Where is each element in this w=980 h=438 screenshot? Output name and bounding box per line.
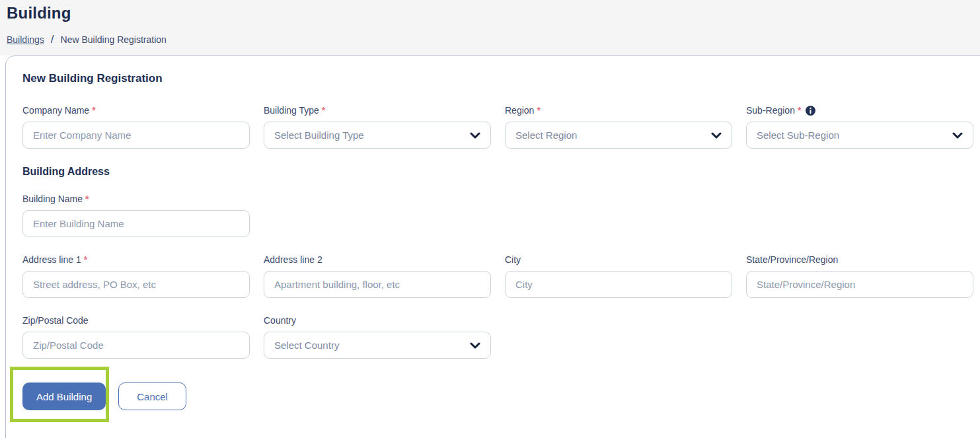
- info-icon[interactable]: [806, 106, 815, 116]
- field-building-name: Building Name *: [22, 194, 250, 237]
- city-label: City: [505, 254, 732, 265]
- select-value: Select Country: [274, 340, 339, 351]
- country-select[interactable]: Select Country: [264, 332, 491, 359]
- building-address-heading: Building Address: [22, 166, 980, 178]
- breadcrumb: Buildings / New Building Registration: [7, 33, 167, 46]
- company-name-input[interactable]: [22, 122, 250, 149]
- label-text: Company Name: [22, 105, 89, 116]
- field-state: State/Province/Region: [746, 254, 973, 298]
- building-name-input[interactable]: [22, 210, 250, 237]
- label-text: Region: [505, 105, 534, 116]
- form-actions: Add Building Cancel: [22, 383, 980, 410]
- chevron-down-icon: [952, 132, 963, 139]
- cancel-button[interactable]: Cancel: [118, 383, 186, 410]
- company-name-label: Company Name *: [22, 105, 250, 116]
- zip-label: Zip/Postal Code: [22, 315, 250, 326]
- zip-input[interactable]: [22, 332, 250, 359]
- breadcrumb-link-buildings[interactable]: Buildings: [7, 34, 44, 45]
- region-select[interactable]: Select Region: [505, 122, 732, 149]
- label-text: Address line 2: [264, 254, 322, 265]
- label-text: Zip/Postal Code: [22, 315, 89, 326]
- label-text: Country: [264, 315, 296, 326]
- required-asterisk: *: [92, 105, 95, 116]
- required-asterisk: *: [798, 105, 801, 116]
- label-text: Address line 1: [22, 254, 81, 265]
- field-country: Country Select Country: [264, 315, 491, 359]
- building-name-label: Building Name *: [22, 194, 250, 204]
- form-row-4: Zip/Postal Code Country Select Country: [22, 315, 980, 359]
- address-line-1-label: Address line 1 *: [22, 254, 250, 265]
- label-text: Building Type: [264, 105, 319, 116]
- field-city: City: [505, 254, 732, 298]
- city-input[interactable]: [505, 271, 732, 298]
- state-input[interactable]: [746, 271, 973, 298]
- field-address-line-1: Address line 1 *: [22, 254, 250, 298]
- required-asterisk: *: [85, 194, 89, 204]
- building-type-select[interactable]: Select Building Type: [264, 122, 491, 149]
- country-label: Country: [264, 315, 491, 326]
- sub-region-label: Sub-Region *: [746, 105, 973, 116]
- region-label: Region *: [505, 105, 732, 116]
- field-sub-region: Sub-Region * Select Sub-Region: [746, 105, 973, 149]
- field-zip: Zip/Postal Code: [22, 315, 250, 359]
- label-text: Sub-Region: [746, 105, 795, 116]
- field-address-line-2: Address line 2: [264, 254, 491, 298]
- state-label: State/Province/Region: [746, 254, 973, 265]
- sub-region-select[interactable]: Select Sub-Region: [746, 122, 973, 149]
- form-row-3: Address line 1 * Address line 2 City Sta…: [22, 254, 980, 298]
- required-asterisk: *: [322, 105, 325, 116]
- building-type-label: Building Type *: [264, 105, 491, 116]
- required-asterisk: *: [84, 254, 87, 265]
- field-company-name: Company Name *: [22, 105, 250, 149]
- address-line-2-label: Address line 2: [264, 254, 491, 265]
- select-value: Select Region: [515, 129, 577, 141]
- label-text: State/Province/Region: [746, 254, 838, 265]
- chevron-down-icon: [470, 342, 480, 349]
- breadcrumb-separator: /: [51, 33, 54, 46]
- select-value: Select Sub-Region: [757, 129, 839, 141]
- breadcrumb-current: New Building Registration: [61, 34, 167, 45]
- chevron-down-icon: [470, 132, 480, 139]
- label-text: City: [505, 254, 521, 265]
- add-building-button[interactable]: Add Building: [22, 383, 106, 410]
- field-building-type: Building Type * Select Building Type: [264, 105, 491, 149]
- page-title: Building: [7, 4, 71, 22]
- address-line-1-input[interactable]: [22, 271, 250, 298]
- chevron-down-icon: [711, 132, 722, 139]
- field-region: Region * Select Region: [505, 105, 732, 149]
- registration-card: New Building Registration Company Name *…: [5, 55, 980, 438]
- page-header: Building Buildings / New Building Regist…: [0, 0, 980, 55]
- address-line-2-input[interactable]: [264, 271, 491, 298]
- form-row-1: Company Name * Building Type * Select Bu…: [22, 105, 980, 149]
- select-value: Select Building Type: [274, 129, 364, 141]
- label-text: Building Name: [22, 194, 83, 204]
- required-asterisk: *: [537, 105, 540, 116]
- form-row-2: Building Name *: [22, 194, 980, 237]
- form-heading: New Building Registration: [22, 72, 980, 85]
